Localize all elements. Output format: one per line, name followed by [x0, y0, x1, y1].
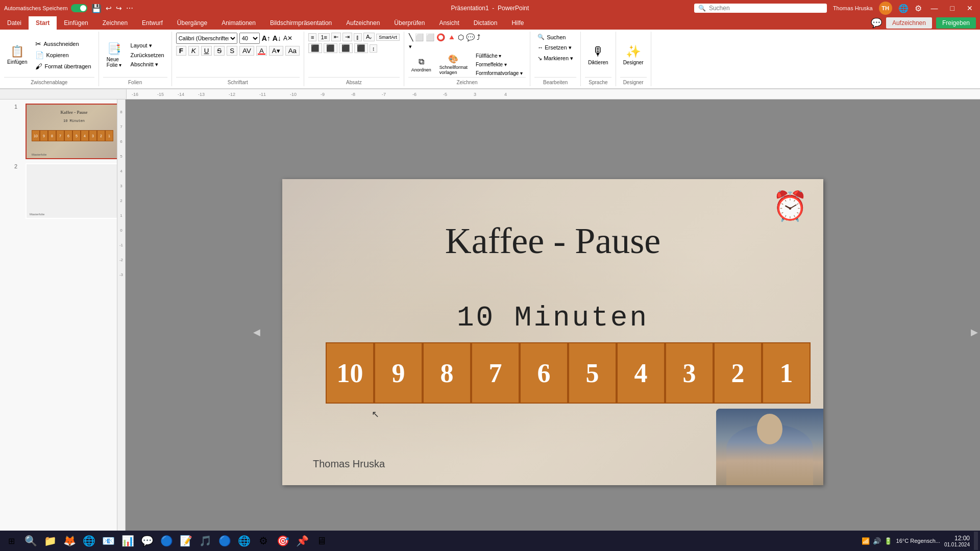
tab-hilfe[interactable]: Hilfe [504, 16, 531, 30]
user-avatar[interactable]: TH [879, 2, 892, 15]
comment-icon[interactable]: 💬 [871, 17, 882, 29]
highlight-button[interactable]: A▾ [269, 46, 283, 56]
shapes-more[interactable]: ▾ [408, 43, 412, 51]
tab-ansicht[interactable]: Ansicht [432, 16, 466, 30]
tab-einfuegen[interactable]: Einfügen [57, 16, 95, 30]
maximize-button[interactable]: □ [947, 4, 958, 12]
slide-title[interactable]: Kaffee - Pause [282, 220, 823, 262]
show-desktop-button[interactable] [974, 532, 978, 550]
taskbar-chrome[interactable]: 🌐 [80, 532, 98, 550]
char-spacing-button[interactable]: AV [239, 46, 254, 56]
tab-ueberpruefen[interactable]: Überprüfen [387, 16, 432, 30]
fontsize2-button[interactable]: Aa [285, 46, 300, 56]
tab-zeichnen[interactable]: Zeichnen [95, 16, 135, 30]
list-bullet-button[interactable]: ≡ [308, 33, 316, 41]
tab-entwurf[interactable]: Entwurf [135, 16, 170, 30]
decrease-indent-button[interactable]: ⇤ [331, 33, 341, 41]
underline-button[interactable]: U [201, 46, 212, 56]
share-button[interactable]: Freigeben [936, 17, 976, 29]
taskbar-folder[interactable]: 📁 [41, 532, 59, 550]
formatvorlage-button[interactable]: Formformatvorlage ▾ [473, 69, 526, 77]
num-box-5[interactable]: 5 [568, 342, 617, 404]
slide-thumb-2[interactable]: Masterfolie [26, 163, 117, 219]
prev-slide-button[interactable]: ◀ [253, 327, 260, 338]
undo-icon[interactable]: ↩ [106, 4, 112, 12]
taskbar-email[interactable]: 📧 [99, 532, 117, 550]
italic-button[interactable]: K [188, 46, 199, 56]
taskbar-firefox[interactable]: 🦊 [60, 532, 79, 550]
taskbar-volume[interactable]: 🔊 [873, 537, 881, 545]
taskbar-edge[interactable]: 🌐 [235, 532, 253, 550]
smartart-button[interactable]: SmartArt [376, 34, 400, 41]
font-family-select[interactable]: Calibri (Überschriften) [176, 33, 237, 44]
taskbar-wifi[interactable]: 📶 [862, 537, 870, 545]
textdir-button[interactable]: Aᵥ [363, 33, 375, 41]
decrease-font-button[interactable]: A↓ [273, 34, 281, 42]
kopieren-button[interactable]: 📄Kopieren [32, 50, 94, 60]
justify-button[interactable]: ⬛ [354, 43, 368, 53]
taskbar-onenote[interactable]: 📝 [177, 532, 195, 550]
ersetzen-button[interactable]: ↔ Ersetzen ▾ [534, 43, 575, 52]
align-center-button[interactable]: ⬛ [324, 43, 337, 53]
slide-author[interactable]: Thomas Hruska [313, 458, 385, 470]
shadow-button[interactable]: S [227, 46, 237, 56]
diktieren-button[interactable]: 🎙 Diktieren [585, 42, 611, 67]
ausschneiden-button[interactable]: ✂Ausschneiden [32, 39, 94, 49]
num-box-7[interactable]: 7 [471, 342, 520, 404]
tab-start[interactable]: Start [29, 16, 57, 30]
format-uebertragen-button[interactable]: 🖌Format übertragen [32, 61, 94, 71]
zuruecksetzen-button[interactable]: Zurücksetzen [128, 51, 167, 59]
designer-button[interactable]: ✨ Designer [620, 42, 647, 67]
taskbar-music[interactable]: 🎵 [196, 532, 214, 550]
taskbar-app16[interactable]: 📌 [293, 532, 311, 550]
num-box-1[interactable]: 1 [762, 342, 811, 404]
taskbar-app15[interactable]: 🎯 [274, 532, 292, 550]
list-num-button[interactable]: 1≡ [318, 33, 330, 41]
num-box-6[interactable]: 6 [520, 342, 568, 404]
col-button[interactable]: ⫿ [354, 33, 362, 41]
shape-1[interactable]: ╲ [408, 33, 413, 42]
num-box-8[interactable]: 8 [423, 342, 471, 404]
shape-2[interactable]: ⬜ [414, 33, 424, 42]
taskbar-blue1[interactable]: 🔵 [157, 532, 176, 550]
save-icon[interactable]: 💾 [91, 4, 102, 13]
strikethrough-button[interactable]: S [214, 46, 225, 56]
taskbar-search[interactable]: 🔍 [21, 532, 40, 550]
clear-format-button[interactable]: A✕ [283, 35, 292, 42]
align-right-button[interactable]: ⬛ [339, 43, 353, 53]
abschnitt-button[interactable]: Abschnitt ▾ [128, 60, 167, 69]
num-box-2[interactable]: 2 [714, 342, 762, 404]
taskbar-chat[interactable]: 💬 [138, 532, 156, 550]
taskbar-clock[interactable]: 12:00 01.01.2024 [944, 535, 970, 547]
taskbar-powerpoint[interactable]: 📊 [118, 532, 137, 550]
fuellung-button[interactable]: Füllfläche ▾ [473, 52, 526, 60]
formeffekte-button[interactable]: Formeffekte ▾ [473, 61, 526, 68]
start-button[interactable]: ⊞ [2, 532, 20, 550]
increase-font-button[interactable]: A↑ [262, 34, 271, 42]
tab-aufzeichnen[interactable]: Aufzeichnen [339, 16, 387, 30]
markieren-button[interactable]: ↘ Markieren ▾ [534, 54, 576, 63]
shape-6[interactable]: ⬡ [457, 33, 464, 42]
suchen-button[interactable]: 🔍Suchen [534, 33, 569, 41]
taskbar-weather[interactable]: 16°C Regensch... [896, 538, 940, 544]
shape-8[interactable]: ⤴ [476, 33, 481, 42]
schnellformat-button[interactable]: 🎨 Schnellformatvorlagen [436, 52, 471, 77]
taskbar-settings[interactable]: ⚙ [254, 532, 273, 550]
tab-uebergaenge[interactable]: Übergänge [170, 16, 214, 30]
next-slide-button[interactable]: ▶ [971, 327, 978, 338]
taskbar-battery[interactable]: 🔋 [884, 537, 892, 545]
tab-datei[interactable]: Datei [0, 16, 29, 30]
taskbar-blue2[interactable]: 🔵 [215, 532, 234, 550]
record-button[interactable]: Aufzeichnen [886, 17, 932, 29]
tab-animationen[interactable]: Animationen [214, 16, 263, 30]
num-box-10[interactable]: 10 [326, 342, 374, 404]
num-box-3[interactable]: 3 [665, 342, 714, 404]
slide-subtitle[interactable]: 10 Minuten [282, 302, 823, 334]
increase-indent-button[interactable]: ⇥ [342, 33, 352, 41]
settings-icon[interactable]: ⚙ [915, 4, 922, 13]
shape-5[interactable]: 🔺 [447, 33, 456, 42]
shape-3[interactable]: ⬜ [425, 33, 435, 42]
layout-button[interactable]: Layout ▾ [128, 41, 167, 50]
anordnen-button[interactable]: ⧉ Anordnen [408, 55, 434, 74]
canvas-area[interactable]: ◀ ▶ ⏰ Kaffee - Pause 10 Minuten 10 9 8 7… [126, 99, 980, 551]
